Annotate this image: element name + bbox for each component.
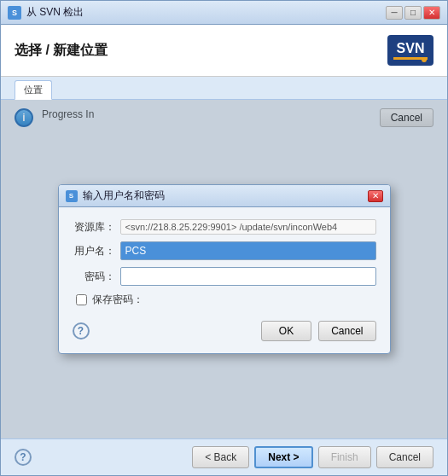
bottom-right: < Back Next > Finish Cancel bbox=[192, 446, 433, 468]
main-window: S 从 SVN 检出 ─ □ ✕ 选择 / 新建位置 SVN 位置 i Prog… bbox=[0, 0, 448, 476]
dialog-close-button[interactable]: ✕ bbox=[368, 190, 383, 202]
bottom-bar: ? < Back Next > Finish Cancel bbox=[1, 438, 447, 475]
dialog-help-icon[interactable]: ? bbox=[73, 322, 90, 340]
header-area: 选择 / 新建位置 SVN bbox=[1, 25, 447, 77]
main-content: i Progress In Cancel S 输入用户名和密码 ✕ bbox=[1, 100, 447, 438]
next-button[interactable]: Next > bbox=[254, 446, 312, 468]
back-button[interactable]: < Back bbox=[192, 446, 249, 468]
title-bar-icon: S bbox=[8, 6, 21, 20]
title-bar-controls: ─ □ ✕ bbox=[386, 6, 440, 20]
page-title: 选择 / 新建位置 bbox=[15, 42, 108, 60]
cancel-button[interactable]: Cancel bbox=[376, 446, 433, 468]
repo-row: 资源库： <svn://218.8.25.229:9901> /update/s… bbox=[73, 219, 376, 235]
dialog-cancel-button[interactable]: Cancel bbox=[318, 321, 375, 341]
save-password-label: 保存密码： bbox=[92, 293, 143, 307]
credential-dialog: S 输入用户名和密码 ✕ 资源库： <svn://218.8.25.229:99… bbox=[58, 184, 391, 354]
username-row: 用户名： bbox=[73, 241, 376, 260]
finish-button: Finish bbox=[318, 446, 371, 468]
svn-logo-dot bbox=[422, 57, 427, 62]
password-label: 密码： bbox=[73, 270, 115, 284]
minimize-button[interactable]: ─ bbox=[386, 6, 403, 20]
ok-button[interactable]: OK bbox=[261, 321, 311, 341]
username-label: 用户名： bbox=[73, 244, 115, 258]
svn-logo-text: SVN bbox=[397, 42, 425, 55]
bottom-left: ? bbox=[15, 449, 32, 466]
dialog-body: 资源库： <svn://218.8.25.229:9901> /update/s… bbox=[59, 207, 390, 353]
dialog-help: ? bbox=[73, 322, 254, 340]
tab-location[interactable]: 位置 bbox=[15, 80, 52, 100]
dialog-buttons: ? OK Cancel bbox=[73, 317, 376, 345]
dialog-title-icon: S bbox=[66, 190, 78, 202]
save-password-row: 保存密码： bbox=[73, 293, 376, 307]
repo-label: 资源库： bbox=[73, 220, 115, 235]
password-row: 密码： bbox=[73, 267, 376, 286]
help-icon[interactable]: ? bbox=[15, 449, 32, 466]
password-input[interactable] bbox=[120, 267, 376, 286]
restore-button[interactable]: □ bbox=[404, 6, 422, 20]
save-password-checkbox[interactable] bbox=[76, 294, 87, 305]
username-input[interactable] bbox=[120, 241, 376, 260]
title-bar-text: 从 SVN 检出 bbox=[26, 5, 381, 20]
dialog-title-bar: S 输入用户名和密码 ✕ bbox=[59, 185, 390, 207]
tab-bar: 位置 bbox=[1, 77, 447, 100]
modal-overlay: S 输入用户名和密码 ✕ 资源库： <svn://218.8.25.229:99… bbox=[1, 100, 447, 438]
close-button[interactable]: ✕ bbox=[423, 6, 440, 20]
repo-value: <svn://218.8.25.229:9901> /update/svn/in… bbox=[120, 219, 376, 235]
title-bar: S 从 SVN 检出 ─ □ ✕ bbox=[1, 1, 447, 25]
dialog-title-text: 输入用户名和密码 bbox=[83, 189, 363, 203]
svn-logo: SVN bbox=[387, 35, 433, 66]
